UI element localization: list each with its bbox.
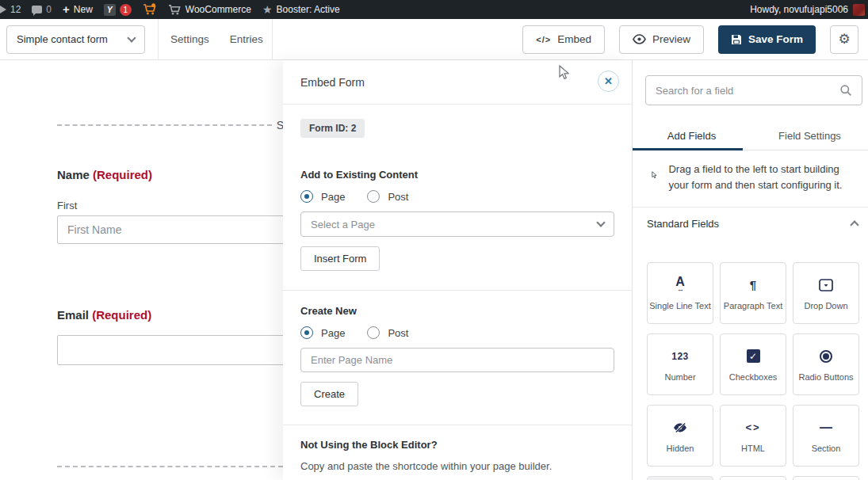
howdy-account-link[interactable]: Howdy, novufujapi5006 xyxy=(750,4,848,15)
name-required-text: (Required) xyxy=(93,168,152,181)
html-code-icon: <> xyxy=(745,419,760,436)
field-button-section[interactable]: — Section xyxy=(793,405,859,467)
chevron-down-icon xyxy=(127,33,136,42)
email-required-text: (Required) xyxy=(92,308,151,322)
drop-down-icon xyxy=(819,276,833,294)
close-icon[interactable]: ✕ xyxy=(598,70,619,92)
updates-menu[interactable]: 12 xyxy=(2,4,21,15)
existing-page-radio-label[interactable]: Page xyxy=(321,191,345,203)
builder-toolbar: Simple contact form Settings Entries </>… xyxy=(0,19,868,60)
seo-icon: Y xyxy=(104,4,116,16)
seo-menu[interactable]: Y 1 xyxy=(104,4,132,16)
create-new-heading: Create New xyxy=(300,305,357,317)
create-post-radio[interactable] xyxy=(367,326,380,339)
form-selector-dropdown[interactable]: Simple contact form xyxy=(6,25,145,54)
updates-arrow-icon xyxy=(0,6,6,13)
cursor-arrow-icon xyxy=(652,168,657,182)
embed-label: Embed xyxy=(557,33,591,45)
insert-form-button[interactable]: Insert Form xyxy=(300,246,380,271)
field-button-number[interactable]: 123 Number xyxy=(647,333,713,395)
field-button-drop-down[interactable]: Drop Down xyxy=(793,262,859,324)
tab-settings[interactable]: Settings xyxy=(170,33,209,45)
section-divider-icon: — xyxy=(820,419,832,436)
email-label-text: Email xyxy=(57,308,89,322)
builder-settings-gear-button[interactable]: ⚙ xyxy=(830,25,858,54)
embed-panel-title: Embed Form xyxy=(300,76,365,89)
booster-menu[interactable]: ★ Booster: Active xyxy=(262,4,340,15)
radio-buttons-icon xyxy=(820,348,832,365)
code-brackets-icon: </> xyxy=(536,35,551,44)
page-name-input[interactable] xyxy=(300,348,614,372)
create-page-radio[interactable] xyxy=(300,326,313,339)
notification-badge: 1 xyxy=(120,4,132,16)
email-input[interactable] xyxy=(57,335,300,365)
gear-icon: ⚙ xyxy=(838,31,850,48)
field-button-clipped[interactable] xyxy=(647,476,713,480)
wp-admin-bar: 12 0 + New Y 1 WooCommerce xyxy=(0,0,868,19)
tab-field-settings[interactable]: Field Settings xyxy=(751,122,868,150)
existing-post-radio-label[interactable]: Post xyxy=(388,191,408,203)
field-search-box[interactable] xyxy=(645,75,862,105)
select-page-dropdown[interactable]: Select a Page xyxy=(300,211,614,237)
plus-icon: + xyxy=(63,3,70,15)
field-button-paragraph-text[interactable]: ¶ Paragraph Text xyxy=(720,262,786,324)
avatar[interactable] xyxy=(853,4,865,16)
embed-button[interactable]: </> Embed xyxy=(522,25,605,54)
new-content-menu[interactable]: + New xyxy=(63,4,93,15)
comments-count: 0 xyxy=(46,4,52,15)
existing-content-radio-group: Page Post xyxy=(300,190,408,203)
form-preview-pane: S Name (Required) First First Name Email… xyxy=(0,60,301,480)
updates-count: 12 xyxy=(10,4,21,15)
create-page-radio-label[interactable]: Page xyxy=(321,327,345,339)
create-button[interactable]: Create xyxy=(300,382,358,406)
single-line-text-icon: A↔ xyxy=(675,276,685,294)
paragraph-text-icon: ¶ xyxy=(750,276,756,294)
save-floppy-icon xyxy=(731,34,742,45)
form-id-badge: Form ID: 2 xyxy=(300,119,365,138)
search-icon xyxy=(839,84,852,97)
tab-entries[interactable]: Entries xyxy=(230,33,263,45)
chevron-down-icon xyxy=(596,218,605,227)
field-button-radio-buttons[interactable]: Radio Buttons xyxy=(793,333,859,395)
preview-label: Preview xyxy=(652,33,690,45)
preview-button[interactable]: Preview xyxy=(619,25,704,54)
save-form-label: Save Form xyxy=(748,33,803,45)
field-button-html[interactable]: <> HTML xyxy=(720,405,786,467)
save-form-button[interactable]: Save Form xyxy=(718,25,816,54)
field-button-clipped[interactable] xyxy=(793,476,859,480)
sidebar-divider xyxy=(633,207,868,208)
chevron-up-icon xyxy=(850,220,858,229)
embed-form-panel: Embed Form ✕ Form ID: 2 Add to Existing … xyxy=(283,60,632,480)
standard-fields-toggle[interactable]: Standard Fields xyxy=(647,218,858,230)
tab-add-fields[interactable]: Add Fields xyxy=(633,122,751,150)
search-input[interactable] xyxy=(656,85,839,97)
plugin-cart-menu[interactable] xyxy=(143,3,157,16)
field-button-single-line-text[interactable]: A↔ Single Line Text xyxy=(647,262,713,324)
mouse-cursor xyxy=(559,65,569,80)
field-button-checkboxes[interactable]: ✓ Checkboxes xyxy=(720,333,786,395)
booster-label: Booster: Active xyxy=(277,4,340,15)
existing-post-radio[interactable] xyxy=(367,190,380,203)
drag-hint: Drag a field to the left to start buildi… xyxy=(652,162,853,193)
select-page-placeholder: Select a Page xyxy=(311,219,375,230)
comments-menu[interactable]: 0 xyxy=(32,4,52,15)
first-sublabel: First xyxy=(57,200,77,211)
block-editor-heading: Not Using the Block Editor? xyxy=(300,439,438,451)
dashed-divider xyxy=(57,124,272,126)
email-field-label[interactable]: Email (Required) xyxy=(57,308,151,322)
fields-grid: A↔ Single Line Text ¶ Paragraph Text Dro… xyxy=(647,262,859,480)
existing-content-heading: Add to Existing Content xyxy=(300,169,418,181)
create-post-radio-label[interactable]: Post xyxy=(388,327,408,339)
new-label: New xyxy=(74,4,93,15)
form-title-dropzone[interactable]: S xyxy=(57,119,284,131)
name-field-label[interactable]: Name (Required) xyxy=(57,168,152,181)
field-button-hidden[interactable]: Hidden xyxy=(647,405,713,467)
create-new-radio-group: Page Post xyxy=(300,326,408,339)
orange-cart-icon xyxy=(143,3,157,16)
dashed-divider-bottom xyxy=(57,466,283,467)
existing-page-radio[interactable] xyxy=(300,190,313,203)
field-button-clipped[interactable] xyxy=(720,476,786,480)
first-name-input[interactable]: First Name xyxy=(57,215,300,244)
star-icon: ★ xyxy=(262,4,273,15)
woocommerce-menu[interactable]: WooCommerce xyxy=(168,4,251,16)
